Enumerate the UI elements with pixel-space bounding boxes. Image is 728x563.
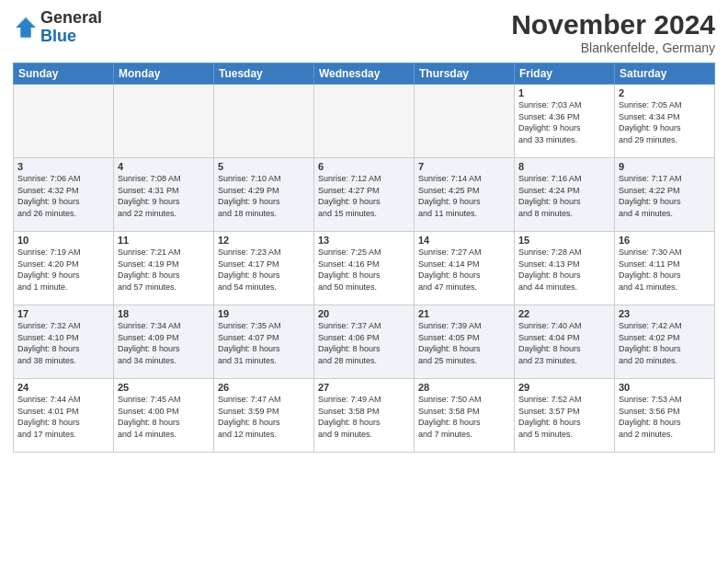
logo: General Blue bbox=[13, 9, 102, 46]
calendar-cell-4-0: 24Sunrise: 7:44 AMSunset: 4:01 PMDayligh… bbox=[14, 379, 114, 453]
calendar-cell-1-0: 3Sunrise: 7:06 AMSunset: 4:32 PMDaylight… bbox=[14, 158, 114, 232]
day-number: 16 bbox=[619, 235, 711, 246]
day-number: 1 bbox=[518, 87, 610, 98]
day-number: 3 bbox=[17, 161, 109, 172]
calendar-cell-0-6: 2Sunrise: 7:05 AMSunset: 4:34 PMDaylight… bbox=[615, 85, 715, 158]
day-number: 20 bbox=[318, 308, 410, 319]
day-info: Sunrise: 7:53 AMSunset: 3:56 PMDaylight:… bbox=[619, 394, 711, 440]
calendar-cell-1-3: 6Sunrise: 7:12 AMSunset: 4:27 PMDaylight… bbox=[314, 158, 415, 232]
calendar-cell-1-5: 8Sunrise: 7:16 AMSunset: 4:24 PMDaylight… bbox=[515, 158, 615, 232]
day-number: 26 bbox=[218, 382, 310, 393]
day-info: Sunrise: 7:03 AMSunset: 4:36 PMDaylight:… bbox=[518, 99, 610, 145]
day-number: 27 bbox=[318, 382, 410, 393]
week-row-2: 10Sunrise: 7:19 AMSunset: 4:20 PMDayligh… bbox=[14, 232, 715, 305]
day-number: 11 bbox=[118, 235, 210, 246]
day-info: Sunrise: 7:45 AMSunset: 4:00 PMDaylight:… bbox=[118, 394, 210, 440]
location: Blankenfelde, Germany bbox=[511, 40, 715, 55]
calendar-cell-1-1: 4Sunrise: 7:08 AMSunset: 4:31 PMDaylight… bbox=[114, 158, 214, 232]
day-number: 8 bbox=[518, 161, 610, 172]
calendar-cell-1-4: 7Sunrise: 7:14 AMSunset: 4:25 PMDaylight… bbox=[415, 158, 515, 232]
week-row-3: 17Sunrise: 7:32 AMSunset: 4:10 PMDayligh… bbox=[14, 305, 715, 379]
day-info: Sunrise: 7:25 AMSunset: 4:16 PMDaylight:… bbox=[318, 247, 410, 293]
calendar-cell-4-6: 30Sunrise: 7:53 AMSunset: 3:56 PMDayligh… bbox=[615, 379, 715, 453]
month-title: November 2024 bbox=[511, 9, 715, 40]
day-info: Sunrise: 7:42 AMSunset: 4:02 PMDaylight:… bbox=[619, 320, 711, 366]
day-info: Sunrise: 7:39 AMSunset: 4:05 PMDaylight:… bbox=[418, 320, 510, 366]
day-info: Sunrise: 7:49 AMSunset: 3:58 PMDaylight:… bbox=[318, 394, 410, 440]
day-number: 12 bbox=[218, 235, 310, 246]
day-number: 21 bbox=[418, 308, 510, 319]
day-info: Sunrise: 7:27 AMSunset: 4:14 PMDaylight:… bbox=[418, 247, 510, 293]
day-number: 7 bbox=[418, 161, 510, 172]
calendar-cell-4-4: 28Sunrise: 7:50 AMSunset: 3:58 PMDayligh… bbox=[415, 379, 515, 453]
col-thursday: Thursday bbox=[415, 63, 515, 85]
day-number: 4 bbox=[118, 161, 210, 172]
day-info: Sunrise: 7:08 AMSunset: 4:31 PMDaylight:… bbox=[118, 173, 210, 219]
day-number: 17 bbox=[17, 308, 109, 319]
week-row-4: 24Sunrise: 7:44 AMSunset: 4:01 PMDayligh… bbox=[14, 379, 715, 453]
day-number: 18 bbox=[118, 308, 210, 319]
day-info: Sunrise: 7:21 AMSunset: 4:19 PMDaylight:… bbox=[118, 247, 210, 293]
day-info: Sunrise: 7:34 AMSunset: 4:09 PMDaylight:… bbox=[118, 320, 210, 366]
day-info: Sunrise: 7:06 AMSunset: 4:32 PMDaylight:… bbox=[17, 173, 109, 219]
day-number: 29 bbox=[518, 382, 610, 393]
col-saturday: Saturday bbox=[615, 63, 715, 85]
calendar-cell-3-2: 19Sunrise: 7:35 AMSunset: 4:07 PMDayligh… bbox=[214, 305, 314, 379]
calendar-cell-2-3: 13Sunrise: 7:25 AMSunset: 4:16 PMDayligh… bbox=[314, 232, 415, 305]
day-number: 14 bbox=[418, 235, 510, 246]
calendar-cell-0-2 bbox=[214, 85, 314, 158]
day-number: 6 bbox=[318, 161, 410, 172]
calendar-cell-2-2: 12Sunrise: 7:23 AMSunset: 4:17 PMDayligh… bbox=[214, 232, 314, 305]
logo-general: General bbox=[40, 8, 102, 27]
col-sunday: Sunday bbox=[14, 63, 114, 85]
day-info: Sunrise: 7:19 AMSunset: 4:20 PMDaylight:… bbox=[17, 247, 109, 293]
calendar-header-row: Sunday Monday Tuesday Wednesday Thursday… bbox=[14, 63, 715, 85]
calendar-cell-0-1 bbox=[114, 85, 214, 158]
day-info: Sunrise: 7:14 AMSunset: 4:25 PMDaylight:… bbox=[418, 173, 510, 219]
day-number: 10 bbox=[17, 235, 109, 246]
calendar-cell-3-6: 23Sunrise: 7:42 AMSunset: 4:02 PMDayligh… bbox=[615, 305, 715, 379]
calendar-cell-4-1: 25Sunrise: 7:45 AMSunset: 4:00 PMDayligh… bbox=[114, 379, 214, 453]
day-info: Sunrise: 7:12 AMSunset: 4:27 PMDaylight:… bbox=[318, 173, 410, 219]
col-wednesday: Wednesday bbox=[314, 63, 415, 85]
day-number: 5 bbox=[218, 161, 310, 172]
calendar-cell-2-1: 11Sunrise: 7:21 AMSunset: 4:19 PMDayligh… bbox=[114, 232, 214, 305]
calendar-cell-4-3: 27Sunrise: 7:49 AMSunset: 3:58 PMDayligh… bbox=[314, 379, 415, 453]
calendar-cell-0-4 bbox=[415, 85, 515, 158]
day-number: 2 bbox=[619, 87, 711, 98]
day-info: Sunrise: 7:05 AMSunset: 4:34 PMDaylight:… bbox=[619, 99, 711, 145]
calendar-cell-1-6: 9Sunrise: 7:17 AMSunset: 4:22 PMDaylight… bbox=[615, 158, 715, 232]
day-info: Sunrise: 7:28 AMSunset: 4:13 PMDaylight:… bbox=[518, 247, 610, 293]
col-tuesday: Tuesday bbox=[214, 63, 314, 85]
calendar-cell-0-0 bbox=[14, 85, 114, 158]
calendar-cell-4-5: 29Sunrise: 7:52 AMSunset: 3:57 PMDayligh… bbox=[515, 379, 615, 453]
day-number: 23 bbox=[619, 308, 711, 319]
day-number: 24 bbox=[17, 382, 109, 393]
calendar-cell-0-3 bbox=[314, 85, 415, 158]
calendar-cell-3-1: 18Sunrise: 7:34 AMSunset: 4:09 PMDayligh… bbox=[114, 305, 214, 379]
calendar-cell-2-0: 10Sunrise: 7:19 AMSunset: 4:20 PMDayligh… bbox=[14, 232, 114, 305]
day-info: Sunrise: 7:17 AMSunset: 4:22 PMDaylight:… bbox=[619, 173, 711, 219]
day-number: 25 bbox=[118, 382, 210, 393]
logo-blue: Blue bbox=[40, 27, 76, 45]
day-info: Sunrise: 7:37 AMSunset: 4:06 PMDaylight:… bbox=[318, 320, 410, 366]
day-info: Sunrise: 7:30 AMSunset: 4:11 PMDaylight:… bbox=[619, 247, 711, 293]
calendar-cell-3-0: 17Sunrise: 7:32 AMSunset: 4:10 PMDayligh… bbox=[14, 305, 114, 379]
calendar-cell-4-2: 26Sunrise: 7:47 AMSunset: 3:59 PMDayligh… bbox=[214, 379, 314, 453]
day-info: Sunrise: 7:52 AMSunset: 3:57 PMDaylight:… bbox=[518, 394, 610, 440]
day-number: 22 bbox=[518, 308, 610, 319]
day-info: Sunrise: 7:47 AMSunset: 3:59 PMDaylight:… bbox=[218, 394, 310, 440]
logo-text: General Blue bbox=[40, 9, 102, 46]
calendar-cell-3-3: 20Sunrise: 7:37 AMSunset: 4:06 PMDayligh… bbox=[314, 305, 415, 379]
day-info: Sunrise: 7:40 AMSunset: 4:04 PMDaylight:… bbox=[518, 320, 610, 366]
page: General Blue November 2024 Blankenfelde,… bbox=[0, 0, 728, 563]
day-number: 19 bbox=[218, 308, 310, 319]
day-info: Sunrise: 7:32 AMSunset: 4:10 PMDaylight:… bbox=[17, 320, 109, 366]
calendar: Sunday Monday Tuesday Wednesday Thursday… bbox=[13, 63, 715, 453]
calendar-cell-2-4: 14Sunrise: 7:27 AMSunset: 4:14 PMDayligh… bbox=[415, 232, 515, 305]
day-number: 28 bbox=[418, 382, 510, 393]
title-block: November 2024 Blankenfelde, Germany bbox=[511, 9, 715, 55]
day-number: 9 bbox=[619, 161, 711, 172]
day-info: Sunrise: 7:23 AMSunset: 4:17 PMDaylight:… bbox=[218, 247, 310, 293]
calendar-cell-1-2: 5Sunrise: 7:10 AMSunset: 4:29 PMDaylight… bbox=[214, 158, 314, 232]
